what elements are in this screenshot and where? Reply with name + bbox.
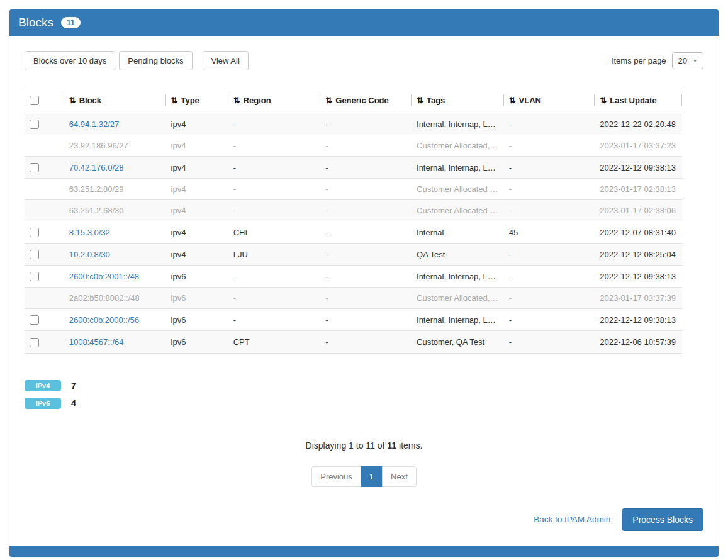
panel-header: Blocks 11: [9, 9, 719, 36]
block-cell: 8.15.3.0/32: [64, 221, 166, 244]
row-checkbox[interactable]: [30, 163, 39, 172]
generic-code-cell: -: [320, 200, 412, 221]
select-all-checkbox[interactable]: [30, 96, 39, 105]
type-cell: ipv6: [166, 331, 228, 353]
block-link[interactable]: 8.15.3.0/32: [69, 228, 110, 237]
row-checkbox[interactable]: [30, 315, 39, 325]
vlan-cell: -: [504, 288, 595, 309]
column-header-generic-code[interactable]: ⇅Generic Code: [320, 87, 412, 113]
table-row: 63.251.2.80/29ipv4--Customer Allocated I…: [25, 179, 682, 200]
row-checkbox-cell: [25, 135, 64, 157]
table-row: 8.15.3.0/32ipv4CHI-Internal452022-12-07 …: [25, 221, 682, 244]
generic-code-cell: -: [320, 266, 412, 288]
generic-code-cell: -: [320, 157, 412, 179]
vlan-cell: -: [504, 179, 595, 200]
type-cell: ipv4: [166, 200, 228, 221]
process-blocks-button[interactable]: Process Blocks: [622, 508, 703, 531]
row-checkbox-cell: [25, 200, 64, 221]
display-info-prefix: Displaying 1 to 11 of: [306, 440, 385, 451]
sort-icon: ⇅: [509, 96, 516, 105]
column-header-type[interactable]: ⇅Type: [166, 87, 228, 113]
row-checkbox-cell: [25, 157, 64, 179]
block-link[interactable]: 2600:c0b:2000::/56: [69, 315, 139, 325]
row-checkbox[interactable]: [30, 250, 39, 259]
generic-code-cell: -: [320, 179, 412, 200]
column-header-block[interactable]: ⇅Block: [64, 87, 166, 113]
block-cell: 70.42.176.0/28: [64, 157, 166, 179]
sort-icon: ⇅: [600, 96, 607, 105]
region-cell: -: [228, 288, 321, 309]
panel-footer-bar: [9, 546, 719, 557]
ipv4-summary-row: IPv4 7: [25, 380, 703, 391]
vlan-cell: -: [504, 157, 595, 179]
generic-code-cell: -: [320, 244, 412, 266]
type-cell: ipv4: [166, 244, 228, 266]
vlan-cell: -: [504, 113, 595, 135]
type-cell: ipv6: [166, 266, 228, 288]
back-to-ipam-admin-link[interactable]: Back to IPAM Admin: [534, 515, 610, 524]
type-cell: ipv6: [166, 288, 228, 309]
last-update-cell: 2022-12-22 02:20:48: [595, 113, 682, 135]
region-cell: -: [228, 113, 321, 135]
sort-icon: ⇅: [233, 96, 240, 105]
table-row: 64.94.1.32/27ipv4--Internal, Internap, L…: [25, 113, 682, 135]
row-checkbox-cell: [25, 221, 64, 244]
items-per-page-select[interactable]: 20 ▼: [672, 52, 703, 69]
toolbar: Blocks over 10 days Pending blocks View …: [25, 51, 703, 70]
ipv4-count: 7: [71, 381, 76, 391]
select-all-header-cell: [25, 87, 64, 113]
blocks-over-10-days-button[interactable]: Blocks over 10 days: [25, 51, 115, 70]
generic-code-cell: -: [320, 135, 412, 157]
table-row: 70.42.176.0/28ipv4--Internal, Internap, …: [25, 157, 682, 179]
table-row: 23.92.186.96/27ipv4--Customer Allocated,…: [25, 135, 682, 157]
column-header-tags[interactable]: ⇅Tags: [412, 87, 504, 113]
block-cell: 64.94.1.32/27: [64, 113, 166, 135]
region-cell: -: [228, 179, 321, 200]
table-row: 2600:c0b:2001::/48ipv6--Internal, Intern…: [25, 266, 682, 288]
last-update-cell: 2023-01-17 02:38:06: [595, 200, 682, 221]
block-cell: 10.2.0.8/30: [64, 244, 166, 266]
row-checkbox-cell: [25, 331, 64, 353]
block-link[interactable]: 70.42.176.0/28: [69, 163, 124, 172]
generic-code-cell: -: [320, 221, 412, 244]
pending-blocks-button[interactable]: Pending blocks: [119, 51, 192, 70]
footer-actions: Back to IPAM Admin Process Blocks: [25, 508, 703, 531]
column-header-vlan[interactable]: ⇅VLAN: [504, 87, 595, 113]
ipv6-summary-row: IPv6 4: [25, 398, 703, 409]
block-link[interactable]: 2600:c0b:2001::/48: [69, 272, 139, 281]
region-cell: -: [228, 157, 321, 179]
tags-cell: Internal, Internap, LAN: [412, 266, 504, 288]
items-per-page-value: 20: [678, 56, 687, 65]
region-cell: -: [228, 200, 321, 221]
page-1-button[interactable]: 1: [361, 466, 383, 487]
row-checkbox[interactable]: [30, 272, 39, 281]
view-all-button[interactable]: View All: [203, 51, 249, 70]
vlan-cell: -: [504, 135, 595, 157]
table-row: 2a02:b50:8002::/48ipv6--Customer Allocat…: [25, 288, 682, 309]
sort-icon: ⇅: [417, 96, 423, 105]
count-badge: 11: [61, 17, 81, 28]
block-cell: 2600:c0b:2000::/56: [64, 309, 166, 331]
block-link[interactable]: 1008:4567::/64: [69, 337, 124, 347]
row-checkbox[interactable]: [30, 228, 39, 237]
last-update-cell: 2022-12-12 09:38:13: [595, 309, 682, 331]
block-link[interactable]: 64.94.1.32/27: [69, 120, 120, 129]
tags-cell: Internal: [412, 221, 504, 244]
type-cell: ipv4: [166, 221, 228, 244]
table-body: 64.94.1.32/27ipv4--Internal, Internap, L…: [25, 113, 682, 353]
column-header-region[interactable]: ⇅Region: [228, 87, 321, 113]
row-checkbox[interactable]: [30, 338, 39, 347]
block-link[interactable]: 10.2.0.8/30: [69, 250, 110, 259]
sort-icon: ⇅: [171, 96, 178, 105]
row-checkbox-cell: [25, 266, 64, 288]
table-row: 1008:4567::/64ipv6CPT-Customer, QA Test-…: [25, 331, 682, 353]
region-cell: CHI: [228, 221, 321, 244]
column-header-last-update[interactable]: ⇅Last Update: [595, 87, 682, 113]
row-checkbox[interactable]: [30, 120, 39, 129]
previous-page-button[interactable]: Previous: [311, 466, 361, 487]
next-page-button[interactable]: Next: [382, 466, 417, 487]
block-cell: 63.251.2.80/29: [64, 179, 166, 200]
panel-body: Blocks over 10 days Pending blocks View …: [9, 36, 719, 546]
last-update-cell: 2022-12-12 09:38:13: [595, 157, 682, 179]
blocks-table: ⇅Block⇅Type⇅Region⇅Generic Code⇅Tags⇅VLA…: [25, 87, 682, 354]
